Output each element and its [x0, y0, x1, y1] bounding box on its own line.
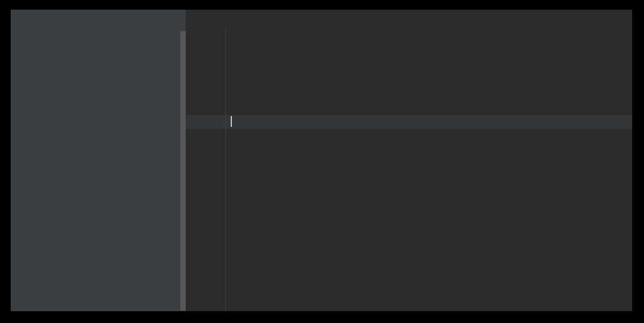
code-editor[interactable]: [186, 10, 632, 311]
red-underline-annotation: [83, 205, 178, 209]
red-underline-annotation: [282, 87, 391, 91]
black-matte-top: [0, 0, 644, 10]
black-matte-bottom: [0, 311, 644, 323]
tree-scrollbar[interactable]: [180, 31, 186, 311]
black-matte-right: [632, 0, 644, 323]
current-line-highlight: [186, 115, 632, 129]
text-cursor: [231, 116, 232, 127]
ide-window: [11, 10, 632, 311]
project-tree-panel[interactable]: [11, 10, 186, 311]
screenshot-root: [0, 0, 644, 323]
fold-region-line: [225, 28, 226, 311]
black-matte-left: [0, 0, 11, 323]
